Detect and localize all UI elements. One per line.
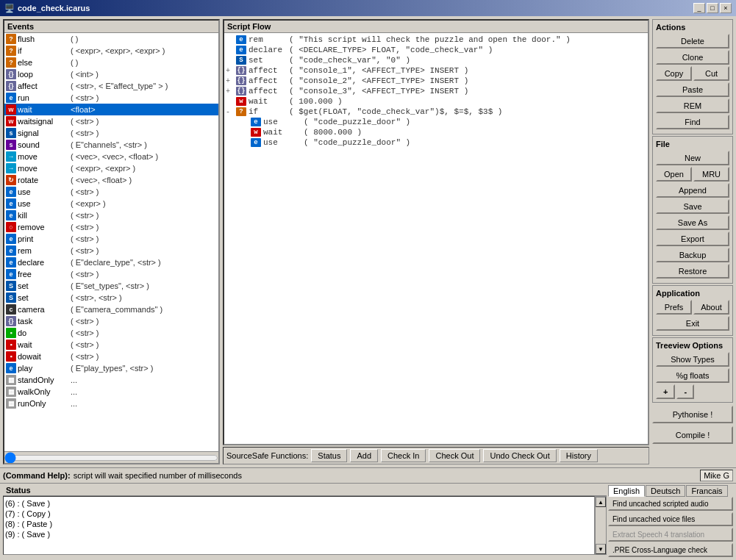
script-flow-content[interactable]: erem( "This script will check the puzzle… <box>224 33 648 444</box>
event-row[interactable]: Sset( E"set_types", <str> ) <box>4 280 218 292</box>
event-row[interactable]: {}task( <str> ) <box>4 315 218 327</box>
event-row[interactable]: ssignal( <str> ) <box>4 127 218 139</box>
script-flow-row[interactable]: euse( "code_puzzle_door" ) <box>226 117 646 127</box>
event-row[interactable]: ↻rotate( <vec>, <float> ) <box>4 174 218 186</box>
scroll-down-button[interactable]: ▼ <box>596 544 606 554</box>
append-button[interactable]: Append <box>656 183 729 198</box>
open-button[interactable]: Open <box>656 167 692 182</box>
event-row[interactable]: eprint( <str> ) <box>4 233 218 245</box>
event-row[interactable]: ▦runOnly... <box>4 398 218 409</box>
event-row[interactable]: ○remove( <str> ) <box>4 221 218 233</box>
restore-button[interactable]: Restore <box>656 264 729 279</box>
script-flow-row[interactable]: euse( "code_puzzle_door" ) <box>226 137 646 148</box>
export-button[interactable]: Export <box>656 231 729 246</box>
ss-add-button[interactable]: Add <box>350 449 378 462</box>
event-row[interactable]: →move( <vec>, <vec>, <float> ) <box>4 151 218 162</box>
minimize-button[interactable]: _ <box>693 3 705 13</box>
cut-button[interactable]: Cut <box>693 66 729 81</box>
scroll-up-button[interactable]: ▲ <box>596 497 606 507</box>
events-hscroll-input[interactable] <box>4 453 218 462</box>
sf-icon: {} <box>236 87 246 96</box>
about-button[interactable]: About <box>693 300 729 315</box>
event-name: print <box>18 234 69 243</box>
plus-button[interactable]: + <box>656 384 675 399</box>
event-row[interactable]: ▦standOnly... <box>4 374 218 386</box>
close-button[interactable]: × <box>720 3 732 13</box>
event-row[interactable]: erem( <str> ) <box>4 245 218 256</box>
event-row[interactable]: ssound( E"channels", <str> ) <box>4 139 218 151</box>
ss-checkin-button[interactable]: Check In <box>381 449 426 462</box>
find-button[interactable]: Find <box>656 115 729 129</box>
ss-history-button[interactable]: History <box>560 449 598 462</box>
event-row[interactable]: euse( <str> ) <box>4 186 218 198</box>
find-uncached-audio-button[interactable]: Find uncached scripted audio <box>608 497 733 511</box>
script-flow-row[interactable]: edeclare( <DECLARE_TYPE> FLOAT, "code_ch… <box>226 45 646 55</box>
lang-tab-deutsch[interactable]: Deutsch <box>646 485 685 497</box>
script-flow-row[interactable]: +{}affect( "console_2", <AFFECT_TYPE> IN… <box>226 76 646 86</box>
script-flow-row[interactable]: +{}affect( "console_1", <AFFECT_TYPE> IN… <box>226 65 646 76</box>
lang-tab-english[interactable]: English <box>608 485 645 497</box>
event-row[interactable]: {}affect( <str>, < E"affect_type" > ) <box>4 80 218 92</box>
event-row[interactable]: →move( <expr>, <expr> ) <box>4 162 218 174</box>
sf-expand[interactable]: + <box>226 87 236 96</box>
event-row[interactable]: ?if( <expr>, <expr>, <expr> ) <box>4 45 218 57</box>
save-button[interactable]: Save <box>656 199 729 214</box>
event-row[interactable]: edeclare( E"declare_type", <str> ) <box>4 256 218 268</box>
event-icon: → <box>6 151 16 162</box>
prefs-button[interactable]: Prefs <box>656 300 692 315</box>
backup-button[interactable]: Backup <box>656 248 729 262</box>
event-row[interactable]: ccamera( E"camera_commands" ) <box>4 304 218 315</box>
saveas-button[interactable]: Save As <box>656 215 729 230</box>
ss-undocheckout-button[interactable]: Undo Check Out <box>483 449 556 462</box>
delete-button[interactable]: Delete <box>656 34 729 49</box>
sf-expand[interactable]: + <box>226 67 236 75</box>
sf-expand[interactable]: - <box>226 108 236 116</box>
events-list[interactable]: ?flush( )?if( <expr>, <expr>, <expr> )?e… <box>4 33 218 451</box>
event-row[interactable]: Sset( <str>, <str> ) <box>4 292 218 304</box>
events-hscrollbar[interactable] <box>4 451 218 463</box>
event-row[interactable]: eplay( E"play_types", <str> ) <box>4 362 218 374</box>
paste-button[interactable]: Paste <box>656 82 729 97</box>
event-row[interactable]: ?flush( ) <box>4 33 218 45</box>
event-row[interactable]: efree( <str> ) <box>4 268 218 280</box>
minus-button[interactable]: - <box>676 384 694 399</box>
compile-button[interactable]: Compile ! <box>652 426 733 444</box>
rem-button[interactable]: REM <box>656 98 729 113</box>
event-row[interactable]: ekill( <str> ) <box>4 209 218 221</box>
script-flow-row[interactable]: wwait( 100.000 ) <box>226 96 646 107</box>
exit-button[interactable]: Exit <box>656 316 729 331</box>
event-row[interactable]: wwait<float> <box>4 104 218 115</box>
new-button[interactable]: New <box>656 151 729 165</box>
find-uncached-voice-button[interactable]: Find uncached voice files <box>608 512 733 526</box>
cross-language-button[interactable]: .PRE Cross-Language check <box>608 543 733 557</box>
status-scrollbar[interactable]: ▲ ▼ <box>595 496 607 555</box>
floats-button[interactable]: %g floats <box>656 368 729 383</box>
copy-button[interactable]: Copy <box>656 66 692 81</box>
extract-speech-button[interactable]: Extract Speech 4 translation <box>608 528 733 542</box>
script-flow-row[interactable]: wwait( 8000.000 ) <box>226 127 646 137</box>
status-list[interactable]: (6) : ( Save )(7) : ( Copy )(8) : ( Past… <box>3 496 595 555</box>
script-flow-row[interactable]: -?if( $get(FLOAT, "code_check_var")$, $=… <box>226 107 646 117</box>
event-row[interactable]: ▪wait( <str> ) <box>4 339 218 351</box>
event-row[interactable]: ▪do( <str> ) <box>4 327 218 339</box>
script-flow-row[interactable]: +{}affect( "console_3", <AFFECT_TYPE> IN… <box>226 86 646 96</box>
maximize-button[interactable]: □ <box>707 3 718 13</box>
event-row[interactable]: {}loop( <int> ) <box>4 68 218 80</box>
ss-status-button[interactable]: Status <box>311 449 347 462</box>
clone-button[interactable]: Clone <box>656 50 729 65</box>
script-flow-row[interactable]: Sset( "code_check_var", "0" ) <box>226 55 646 65</box>
script-flow-row[interactable]: erem( "This script will check the puzzle… <box>226 35 646 45</box>
event-row[interactable]: ▪dowait( <str> ) <box>4 351 218 362</box>
pythonise-button[interactable]: Pythonise ! <box>652 406 733 423</box>
event-row[interactable]: ▦walkOnly... <box>4 386 218 398</box>
event-row[interactable]: euse( <expr> ) <box>4 198 218 209</box>
event-row[interactable]: wwaitsignal( <str> ) <box>4 115 218 127</box>
lang-tab-francais[interactable]: Francais <box>686 485 727 497</box>
event-row[interactable]: ?else( ) <box>4 57 218 68</box>
ss-checkout-button[interactable]: Check Out <box>429 449 480 462</box>
event-row[interactable]: erun( <str> ) <box>4 92 218 104</box>
sf-expand[interactable]: + <box>226 77 236 85</box>
mru-button[interactable]: MRU <box>693 167 729 182</box>
show-types-button[interactable]: Show Types <box>656 352 729 367</box>
event-name: remove <box>18 223 69 231</box>
